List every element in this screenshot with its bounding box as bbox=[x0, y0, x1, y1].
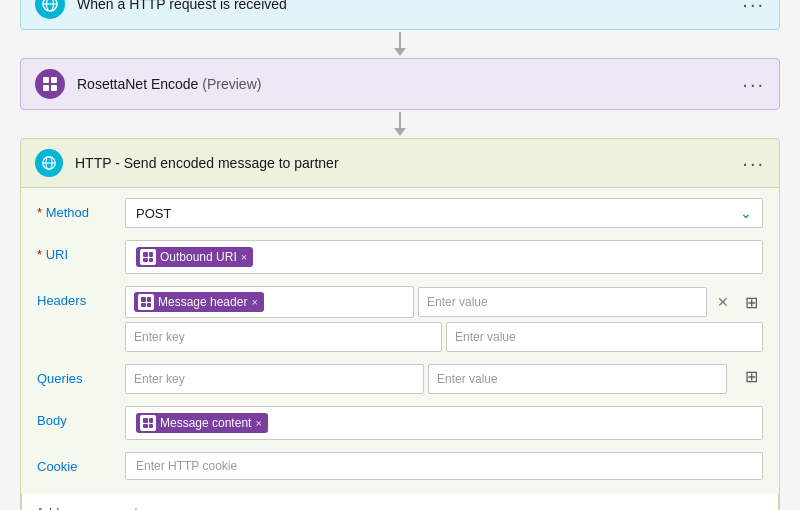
header-calendar-btn[interactable]: ⊞ bbox=[739, 290, 763, 314]
body-label: Body bbox=[37, 406, 117, 428]
arrow-2 bbox=[394, 110, 406, 138]
message-header-tag-label: Message header bbox=[158, 295, 247, 309]
http-receive-icon bbox=[35, 0, 65, 19]
message-content-tag-icon bbox=[140, 415, 156, 431]
message-header-tag-icon bbox=[138, 294, 154, 310]
field-row-queries: Queries Enter key Enter value ⊞ bbox=[37, 364, 763, 394]
headers-row-1: Message header × Enter value ✕ ⊞ bbox=[125, 286, 763, 318]
message-header-remove[interactable]: × bbox=[251, 296, 257, 308]
field-row-headers: Headers Mes bbox=[37, 286, 763, 352]
body-input[interactable]: Message content × bbox=[125, 406, 763, 440]
arrow-head-2 bbox=[394, 128, 406, 136]
header-key-2-placeholder: Enter key bbox=[134, 330, 185, 344]
http-expanded-body: Method POST ⌄ URI bbox=[21, 188, 779, 494]
uri-input[interactable]: Outbound URI × bbox=[125, 240, 763, 274]
query-value-placeholder: Enter value bbox=[437, 372, 498, 386]
field-row-uri: URI Outbound URI × bbox=[37, 240, 763, 274]
cookie-placeholder: Enter HTTP cookie bbox=[136, 459, 237, 473]
http-expanded-block: HTTP - Send encoded message to partner ·… bbox=[20, 138, 780, 510]
field-row-method: Method POST ⌄ bbox=[37, 198, 763, 228]
message-content-grid-icon bbox=[143, 418, 153, 428]
message-header-tag: Message header × bbox=[134, 292, 264, 312]
http-send-menu[interactable]: ··· bbox=[742, 153, 765, 173]
step-http-receive-title: When a HTTP request is received bbox=[77, 0, 742, 12]
field-row-body: Body Message content × bbox=[37, 406, 763, 440]
message-header-grid-icon bbox=[141, 297, 151, 307]
outbound-uri-tag-label: Outbound URI bbox=[160, 250, 237, 264]
add-param-label: Add new parameter bbox=[36, 505, 149, 511]
header-value-2-placeholder: Enter value bbox=[455, 330, 516, 344]
message-content-tag: Message content × bbox=[136, 413, 268, 433]
http-expanded-header: HTTP - Send encoded message to partner ·… bbox=[21, 139, 779, 188]
header-key-1[interactable]: Message header × bbox=[125, 286, 414, 318]
flow-canvas: When a HTTP request is received ··· Rose… bbox=[20, 0, 780, 510]
http-send-title: HTTP - Send encoded message to partner bbox=[75, 155, 742, 171]
header-key-2[interactable]: Enter key bbox=[125, 322, 442, 352]
svg-point-1 bbox=[47, 0, 54, 11]
arrow-line-2 bbox=[399, 112, 401, 128]
headers-value-area: Message header × Enter value ✕ ⊞ bbox=[125, 286, 763, 352]
method-chevron: ⌄ bbox=[740, 205, 752, 221]
rosetta-icon bbox=[35, 69, 65, 99]
svg-point-0 bbox=[43, 0, 57, 11]
cookie-input[interactable]: Enter HTTP cookie bbox=[125, 452, 763, 480]
rosetta-grid-icon bbox=[43, 77, 57, 91]
step-http-receive: When a HTTP request is received ··· bbox=[20, 0, 780, 30]
header-value-2[interactable]: Enter value bbox=[446, 322, 763, 352]
header-value-1[interactable]: Enter value bbox=[418, 287, 707, 317]
outbound-uri-grid-icon bbox=[143, 252, 153, 262]
field-row-cookie: Cookie Enter HTTP cookie bbox=[37, 452, 763, 480]
headers-row-2: Enter key Enter value bbox=[125, 322, 763, 352]
header-delete-btn[interactable]: ✕ bbox=[711, 290, 735, 314]
headers-label: Headers bbox=[37, 286, 117, 308]
queries-inputs: Enter key Enter value bbox=[125, 364, 727, 394]
queries-label: Queries bbox=[37, 364, 117, 386]
arrow-head-1 bbox=[394, 48, 406, 56]
outbound-uri-tag-icon bbox=[140, 249, 156, 265]
query-key[interactable]: Enter key bbox=[125, 364, 424, 394]
header-row-1-actions: ✕ ⊞ bbox=[711, 290, 763, 314]
step-http-receive-menu[interactable]: ··· bbox=[742, 0, 765, 14]
message-content-tag-label: Message content bbox=[160, 416, 251, 430]
outbound-uri-remove[interactable]: × bbox=[241, 251, 247, 263]
message-content-remove[interactable]: × bbox=[255, 417, 261, 429]
outbound-uri-tag: Outbound URI × bbox=[136, 247, 253, 267]
query-value[interactable]: Enter value bbox=[428, 364, 727, 394]
header-value-1-placeholder: Enter value bbox=[427, 295, 488, 309]
query-calendar-btn[interactable]: ⊞ bbox=[739, 364, 763, 388]
method-label: Method bbox=[37, 198, 117, 220]
add-param-chevron: ⌄ bbox=[752, 504, 764, 510]
step-rosetta-menu[interactable]: ··· bbox=[742, 74, 765, 94]
add-param-row[interactable]: Add new parameter ⌄ bbox=[21, 494, 779, 510]
arrow-1 bbox=[394, 30, 406, 58]
arrow-line-1 bbox=[399, 32, 401, 48]
step-rosetta-encode: RosettaNet Encode (Preview) ··· bbox=[20, 58, 780, 110]
method-value: POST bbox=[136, 206, 171, 221]
uri-label: URI bbox=[37, 240, 117, 262]
http-send-icon bbox=[35, 149, 63, 177]
step-rosetta-title: RosettaNet Encode (Preview) bbox=[77, 76, 742, 92]
query-key-placeholder: Enter key bbox=[134, 372, 185, 386]
method-input[interactable]: POST ⌄ bbox=[125, 198, 763, 228]
cookie-label: Cookie bbox=[37, 452, 117, 474]
